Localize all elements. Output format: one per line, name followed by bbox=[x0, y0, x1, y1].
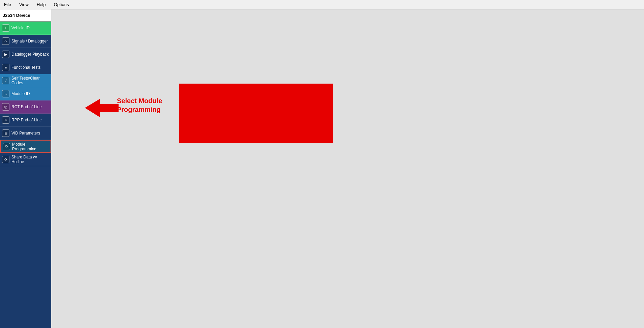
device-label: J2534 Device bbox=[3, 13, 30, 18]
signals-icon: 〜 bbox=[2, 37, 9, 45]
sidebar-item-vid-parameters[interactable]: ⊟ VID Parameters bbox=[0, 127, 51, 140]
share-data-icon: ⟳ bbox=[2, 156, 9, 163]
rct-icon: ◎ bbox=[2, 103, 9, 111]
menu-options[interactable]: Options bbox=[53, 1, 70, 8]
menu-view[interactable]: View bbox=[18, 1, 30, 8]
signals-label: Signals / Datalogger bbox=[11, 39, 48, 43]
content-area: Select Module Programming bbox=[51, 9, 644, 328]
share-data-label: Share Data w/ Hotline bbox=[11, 155, 49, 164]
module-id-icon: ⊙ bbox=[2, 90, 9, 97]
device-header: J2534 Device bbox=[0, 9, 51, 22]
menu-bar: File View Help Options bbox=[0, 0, 644, 9]
arrow-container bbox=[85, 99, 119, 119]
sidebar-item-datalogger-playback[interactable]: ▶ Datalogger Playback bbox=[0, 48, 51, 61]
vid-params-label: VID Parameters bbox=[11, 131, 40, 136]
rpp-icon: ✎ bbox=[2, 116, 9, 124]
sidebar-item-share-data-hotline[interactable]: ⟳ Share Data w/ Hotline bbox=[0, 153, 51, 166]
self-tests-label: Self Tests/Clear Codes bbox=[11, 76, 49, 85]
red-rectangle bbox=[179, 84, 333, 143]
module-prog-label: Module Programming bbox=[12, 142, 49, 151]
module-prog-icon: ⟳ bbox=[3, 143, 10, 150]
sidebar-item-rpp-end-of-line[interactable]: ✎ RPP End-of-Line bbox=[0, 114, 51, 127]
playback-label: Datalogger Playback bbox=[11, 52, 49, 57]
rpp-label: RPP End-of-Line bbox=[11, 118, 42, 122]
menu-file[interactable]: File bbox=[3, 1, 12, 8]
rct-label: RCT End-of-Line bbox=[11, 105, 42, 109]
vid-params-icon: ⊟ bbox=[2, 129, 9, 137]
sidebar-item-rct-end-of-line[interactable]: ◎ RCT End-of-Line bbox=[0, 100, 51, 114]
svg-marker-0 bbox=[85, 99, 119, 117]
playback-icon: ▶ bbox=[2, 51, 9, 58]
sidebar-item-module-programming[interactable]: ⟳ Module Programming bbox=[0, 140, 51, 153]
module-id-label: Module ID bbox=[11, 91, 30, 96]
instruction-text: Select Module Programming bbox=[117, 96, 162, 114]
sidebar-item-vehicle-id[interactable]: i Vehicle ID bbox=[0, 22, 51, 35]
sidebar-item-functional-tests[interactable]: ≡ Functional Tests bbox=[0, 61, 51, 74]
instruction-line1: Select Module bbox=[117, 96, 162, 105]
main-layout: J2534 Device i Vehicle ID 〜 Signals / Da… bbox=[0, 9, 644, 328]
arrow-icon bbox=[85, 99, 119, 117]
vehicle-id-label: Vehicle ID bbox=[11, 26, 30, 30]
sidebar-item-self-tests[interactable]: ✓ Self Tests/Clear Codes bbox=[0, 74, 51, 87]
functional-tests-icon: ≡ bbox=[2, 64, 9, 71]
sidebar-item-module-id[interactable]: ⊙ Module ID bbox=[0, 87, 51, 100]
functional-tests-label: Functional Tests bbox=[11, 65, 41, 70]
vehicle-id-icon: i bbox=[2, 24, 9, 32]
menu-help[interactable]: Help bbox=[35, 1, 47, 8]
instruction-line2: Programming bbox=[117, 105, 162, 114]
self-tests-icon: ✓ bbox=[2, 77, 9, 84]
sidebar: J2534 Device i Vehicle ID 〜 Signals / Da… bbox=[0, 9, 51, 328]
sidebar-item-signals-datalogger[interactable]: 〜 Signals / Datalogger bbox=[0, 35, 51, 48]
